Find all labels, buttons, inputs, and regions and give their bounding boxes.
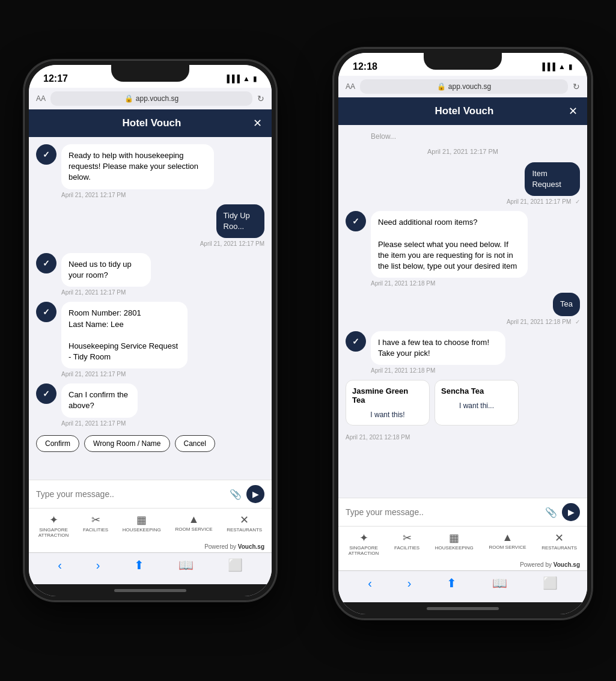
refresh-left[interactable]: ↻ [257, 94, 264, 103]
status-icons-left: ▐▐▐ ▲ ▮ [225, 75, 257, 83]
nav-facilities-right[interactable]: ✂ FACILITIES [394, 531, 419, 557]
msg-col-bot-r2: I have a few tea to choose from! Take yo… [371, 331, 550, 374]
msg-col-user1: Tidy Up Roo... April 21, 2021 12:17 PM [200, 204, 264, 247]
restaurants-label-right: RESTAURANTS [541, 546, 577, 551]
bot-avatar-1: ✓ [36, 144, 56, 165]
notch-right [424, 53, 502, 70]
refresh-right[interactable]: ↻ [573, 82, 580, 91]
nav-facilities-left[interactable]: ✂ FACILITIES [83, 513, 108, 539]
msg-col-1: Ready to help with housekeeping requests… [61, 144, 264, 198]
roomservice-icon-left: ▲ [189, 513, 200, 526]
input-bar-left: 📎 ▶ [29, 480, 272, 508]
wrong-room-button[interactable]: Wrong Room / Name [84, 435, 169, 452]
bookmarks-btn-right[interactable]: 📖 [492, 576, 507, 590]
url-left: app.vouch.sg [136, 94, 178, 103]
bookmarks-btn-left[interactable]: 📖 [178, 558, 194, 572]
user-time-r2: April 21, 2021 12:18 PM ✓ [507, 319, 580, 325]
bot-avatar-r2: ✓ [346, 331, 366, 352]
signal-icon: ▐▐▐ [225, 75, 240, 83]
share-btn-right[interactable]: ⬆ [447, 576, 457, 590]
cards-time: April 21, 2021 12:18 PM [346, 434, 580, 441]
bot-time-1: April 21, 2021 12:17 PM [61, 192, 264, 198]
nav-singapore-left[interactable]: ✦ SINGAPOREATTRACTION [38, 513, 69, 539]
facilities-label-left: FACILITIES [83, 528, 108, 533]
tabs-btn-left[interactable]: ⬜ [228, 558, 243, 572]
nav-roomservice-right[interactable]: ▲ ROOM SERVICE [489, 531, 526, 557]
singapore-label-left: SINGAPOREATTRACTION [38, 528, 69, 539]
share-btn-left[interactable]: ⬆ [134, 558, 144, 572]
chat-title-left: Hotel Vouch [50, 117, 253, 129]
phone-right: 12:18 ▐▐▐ ▲ ▮ AA 🔒 app.vouch.sg ↻ Ho [334, 48, 592, 619]
nav-singapore-right[interactable]: ✦ SINGAPOREATTRACTION [349, 531, 379, 557]
msg-row-user-r1: Item Request April 21, 2021 12:17 PM ✓ [346, 162, 580, 205]
aa-right: AA [346, 82, 355, 91]
bot-time-3: April 21, 2021 12:17 PM [61, 371, 230, 377]
restaurants-icon-left: ✕ [240, 513, 249, 527]
tabs-btn-right[interactable]: ⬜ [543, 576, 558, 590]
bot-time-r1: April 21, 2021 12:18 PM [371, 280, 580, 287]
url-bar-right[interactable]: 🔒 app.vouch.sg [360, 79, 568, 94]
message-input-left[interactable] [36, 489, 225, 499]
phone-left: 12:17 ▐▐▐ ▲ ▮ AA 🔒 app.vouch.sg ↻ Ho [24, 60, 276, 601]
msg-col-user-r1: Item Request April 21, 2021 12:17 PM ✓ [507, 162, 580, 205]
send-button-right[interactable]: ▶ [562, 503, 580, 521]
nav-roomservice-left[interactable]: ▲ ROOM SERVICE [175, 513, 212, 539]
bot-time-r2: April 21, 2021 12:18 PM [371, 367, 550, 374]
nav-housekeeping-right[interactable]: ▦ HOUSEKEEPING [435, 531, 474, 557]
forward-btn-right[interactable]: › [407, 576, 412, 590]
powered-by-right: Powered by Vouch.sg [338, 559, 587, 570]
bottom-nav-right: ✦ SINGAPOREATTRACTION ✂ FACILITIES ▦ HOU… [338, 526, 587, 559]
sencha-tea-card[interactable]: Sencha Tea I want thi... [435, 380, 519, 426]
msg-row-user-r2: Tea April 21, 2021 12:18 PM ✓ [346, 293, 580, 325]
housekeeping-icon-left: ▦ [136, 513, 147, 527]
jasmine-tea-card[interactable]: Jasmine Green Tea I want this! [346, 380, 430, 426]
close-btn-right[interactable]: ✕ [569, 105, 578, 118]
back-btn-right[interactable]: ‹ [368, 576, 372, 590]
facilities-icon-right: ✂ [403, 531, 412, 545]
nav-restaurants-right[interactable]: ✕ RESTAURANTS [541, 531, 577, 557]
lock-icon-left: 🔒 [124, 94, 133, 103]
input-bar-right: 📎 ▶ [338, 498, 587, 526]
housekeeping-label-left: HOUSEKEEPING [123, 528, 161, 533]
status-icons-right: ▐▐▐ ▲ ▮ [540, 63, 573, 71]
date-divider-1: April 21, 2021 12:17 PM [346, 148, 580, 155]
restaurants-label-left: RESTAURANTS [227, 528, 262, 533]
jasmine-tea-name: Jasmine Green Tea [346, 380, 429, 407]
singapore-label-right: SINGAPOREATTRACTION [349, 546, 379, 557]
close-btn-left[interactable]: ✕ [253, 117, 262, 130]
user-time-1: April 21, 2021 12:17 PM [200, 240, 264, 247]
attach-icon-left[interactable]: 📎 [230, 489, 242, 500]
confirm-button[interactable]: Confirm [36, 435, 79, 452]
time-left: 12:17 [43, 73, 68, 84]
forward-btn-left[interactable]: › [96, 558, 100, 572]
nav-restaurants-left[interactable]: ✕ RESTAURANTS [227, 513, 262, 539]
facilities-icon-left: ✂ [91, 513, 100, 527]
msg-row-bot2: ✓ Need us to tidy up your room? April 21… [36, 253, 264, 296]
cancel-button[interactable]: Cancel [175, 435, 215, 452]
msg-col-4: Can I confirm the above? April 21, 2021 … [61, 383, 163, 426]
attach-icon-right[interactable]: 📎 [545, 507, 557, 518]
url-bar-left[interactable]: 🔒 app.vouch.sg [50, 91, 252, 106]
message-input-right[interactable] [346, 507, 540, 517]
jasmine-tea-btn[interactable]: I want this! [346, 407, 429, 425]
user-bubble-r1: Item Request [525, 162, 580, 196]
roomservice-icon-right: ▲ [502, 531, 513, 544]
sencha-tea-btn[interactable]: I want thi... [435, 398, 518, 416]
msg-row-bot1: ✓ Ready to help with housekeeping reques… [36, 144, 264, 198]
msg-col-user-r2: Tea April 21, 2021 12:18 PM ✓ [507, 293, 580, 325]
send-button-left[interactable]: ▶ [246, 485, 264, 503]
nav-housekeeping-left[interactable]: ▦ HOUSEKEEPING [123, 513, 161, 539]
bot-avatar-4: ✓ [36, 383, 56, 404]
bot-avatar-r1: ✓ [346, 211, 366, 231]
back-btn-left[interactable]: ‹ [58, 558, 62, 572]
bot-bubble-1: Ready to help with housekeeping requests… [61, 144, 214, 189]
facilities-label-right: FACILITIES [394, 546, 419, 551]
chat-header-right: Hotel Vouch ✕ [338, 97, 587, 125]
home-indicator-right [338, 602, 587, 614]
chat-body-right: Below... April 21, 2021 12:17 PM Item Re… [338, 125, 587, 498]
user-time-r1: April 21, 2021 12:17 PM ✓ [507, 198, 580, 205]
powered-by-left: Powered by Vouch.sg [29, 541, 272, 552]
scene: 12:17 ▐▐▐ ▲ ▮ AA 🔒 app.vouch.sg ↻ Ho [0, 0, 616, 681]
msg-row-bot4: ✓ Can I confirm the above? April 21, 202… [36, 383, 264, 426]
bot-bubble-r2: I have a few tea to choose from! Take yo… [371, 331, 505, 365]
